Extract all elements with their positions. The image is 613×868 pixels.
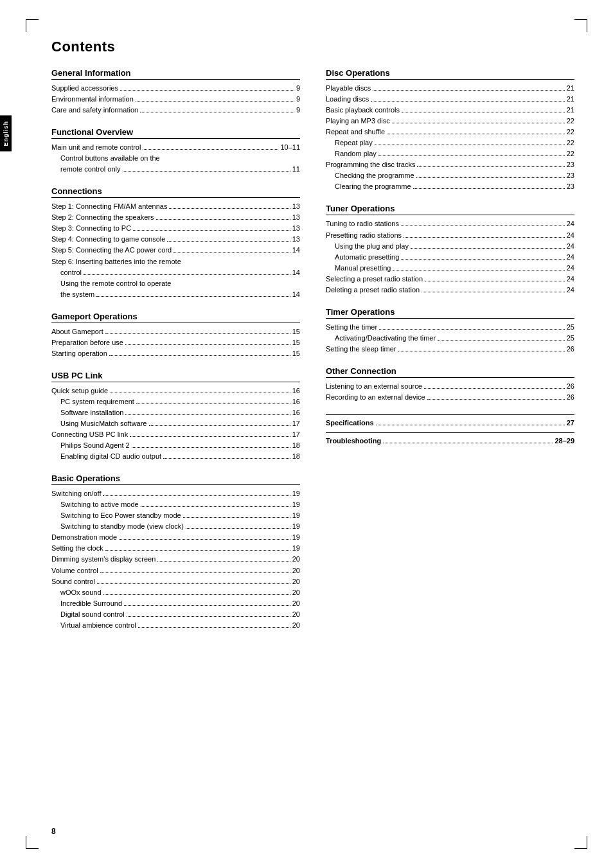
toc-entry-page: 25: [567, 322, 574, 333]
toc-section-other_connection: Other ConnectionListening to an external…: [326, 366, 574, 403]
toc-fill: [169, 208, 290, 209]
toc-entry: Clearing the programme23: [326, 181, 574, 192]
toc-entry-text: Step 1: Connecting FM/AM antennas: [51, 201, 167, 212]
toc-entry: Using MusicMatch software17: [51, 418, 300, 429]
toc-entry-text: Switching to Eco Power standby mode: [60, 510, 181, 521]
toc-entry-page: 19: [292, 532, 300, 543]
toc-fill: [109, 355, 290, 356]
toc-entry: Switching to active mode19: [51, 499, 300, 510]
toc-entry: PC system requirement16: [51, 396, 300, 407]
toc-entry-text: remote control only: [60, 164, 121, 175]
toc-columns: General InformationSupplied accessories9…: [51, 68, 574, 642]
toc-entry-text: Virtual ambience control: [60, 620, 136, 631]
toc-entry-page: 24: [567, 285, 574, 296]
toc-entry-page: 21: [567, 83, 574, 94]
toc-fill: [97, 583, 290, 584]
section-title-basic_operations: Basic Operations: [51, 474, 300, 485]
toc-entry-text: Preparation before use: [51, 337, 123, 348]
toc-entry-text: PC system requirement: [60, 396, 134, 407]
toc-fill: [404, 237, 565, 238]
toc-entry-text: Dimming system's display screen: [51, 554, 155, 565]
toc-fill: [186, 528, 290, 529]
toc-entry-text: Using the remote control to operate: [60, 278, 171, 289]
toc-entry: Volume control20: [51, 565, 300, 576]
toc-entry-text: Enabling digital CD audio output: [60, 451, 161, 462]
toc-fill: [132, 447, 290, 448]
section-title-connections: Connections: [51, 186, 300, 198]
toc-entry-text: Basic playback controls: [326, 105, 400, 116]
corner-mark-br: [574, 836, 587, 849]
toc-entry-text: the system: [60, 289, 94, 300]
toc-entry-page: 24: [567, 252, 574, 263]
toc-fill: [425, 281, 565, 281]
toc-entry-text: Using the plug and play: [335, 241, 409, 252]
toc-entry: Step 2: Connecting the speakers13: [51, 212, 300, 223]
toc-fill: [417, 166, 564, 167]
toc-entry-page: 20: [292, 576, 300, 587]
toc-entry-text: Software installation: [60, 407, 123, 418]
toc-fill: [130, 436, 290, 437]
corner-mark-bl: [26, 836, 39, 849]
toc-entry-page: 10–11: [280, 142, 300, 153]
section-title-timer_operations: Timer Operations: [326, 307, 574, 319]
toc-fill: [105, 333, 290, 334]
toc-entry-page: 19: [292, 521, 300, 532]
toc-entry-page: 24: [567, 230, 574, 241]
toc-fill: [127, 616, 290, 617]
toc-fill: [156, 219, 290, 220]
toc-entry-text: Volume control: [51, 565, 98, 576]
toc-entry-text: Environmental information: [51, 94, 134, 105]
toc-special-section-troubleshooting: Troubleshooting28–29: [326, 432, 574, 447]
toc-entry-page: 24: [567, 274, 574, 285]
toc-fill: [413, 188, 565, 189]
section-title-other_connection: Other Connection: [326, 366, 574, 378]
toc-entry: Setting the clock19: [51, 543, 300, 554]
toc-section-connections: ConnectionsStep 1: Connecting FM/AM ante…: [51, 186, 300, 299]
toc-entry-text: Playing an MP3 disc: [326, 116, 390, 127]
corner-mark-tr: [574, 19, 587, 32]
toc-entry-page: 16: [292, 385, 300, 396]
toc-fill: [105, 550, 290, 551]
toc-fill: [103, 495, 290, 496]
toc-entry-page: 20: [292, 598, 300, 609]
toc-entry: Random play22: [326, 148, 574, 159]
toc-entry-text: Step 2: Connecting the speakers: [51, 212, 154, 223]
toc-entry: Environmental information9: [51, 94, 300, 105]
toc-entry-text: Selecting a preset radio station: [326, 274, 423, 285]
toc-entry-text: Manual presetting: [335, 263, 391, 274]
toc-fill: [163, 458, 290, 459]
toc-entry: Checking the programme23: [326, 170, 574, 181]
toc-entry-page: 26: [567, 392, 574, 403]
toc-fill: [379, 329, 565, 330]
toc-entry: Setting the timer25: [326, 322, 574, 333]
toc-fill: [157, 561, 290, 562]
toc-entry: Loading discs21: [326, 94, 574, 105]
toc-fill: [424, 388, 565, 389]
toc-entry-text: Repeat play: [335, 137, 373, 148]
toc-entry: Programming the disc tracks23: [326, 159, 574, 170]
toc-fill: [402, 112, 565, 112]
toc-entry-text: Switching to active mode: [60, 499, 139, 510]
toc-entry-text: Philips Sound Agent 2: [60, 440, 130, 451]
toc-entry: Tuning to radio stations24: [326, 218, 574, 229]
toc-entry-text: Connecting USB PC link: [51, 429, 128, 440]
toc-entry-page: 14: [292, 267, 300, 278]
toc-entry: Sound control20: [51, 576, 300, 587]
toc-entry-page: 24: [567, 263, 574, 274]
toc-entry: Switching to standby mode (view clock)19: [51, 521, 300, 532]
toc-fill: [401, 259, 564, 260]
toc-entry-text: Main unit and remote control: [51, 142, 141, 153]
toc-entry-page: 19: [292, 499, 300, 510]
toc-entry-text: Setting the sleep timer: [326, 344, 396, 355]
toc-entry-page: 20: [292, 620, 300, 631]
page: English 8 Contents General InformationSu…: [0, 0, 613, 868]
toc-entry-text: Using MusicMatch software: [60, 418, 147, 429]
toc-entry-text: Step 4: Connecting to game console: [51, 234, 165, 245]
toc-entry-text: Digital sound control: [60, 609, 125, 620]
toc-entry: Using the remote control to operate: [51, 278, 300, 289]
toc-entry: Switching to Eco Power standby mode19: [51, 510, 300, 521]
toc-fill: [383, 443, 553, 443]
toc-entry-text: Loading discs: [326, 94, 369, 105]
toc-entry: Starting operation15: [51, 348, 300, 359]
toc-fill: [149, 425, 290, 426]
